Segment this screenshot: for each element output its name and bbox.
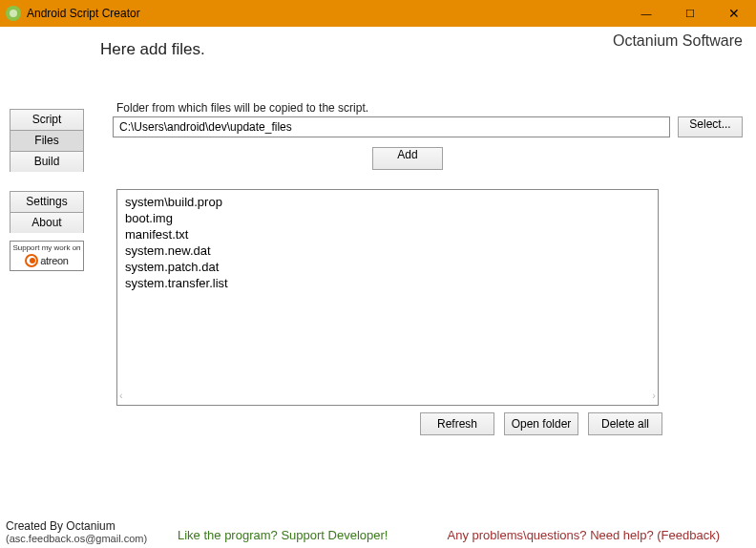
file-list[interactable]: system\build.prop boot.img manifest.txt … xyxy=(116,189,659,406)
patreon-icon xyxy=(25,254,38,267)
patreon-support-text: Support my work on xyxy=(12,243,81,253)
support-developer-link[interactable]: Like the program? Support Developer! xyxy=(178,528,388,542)
feedback-link[interactable]: Any problems\questions? Need help? (Feed… xyxy=(448,528,720,542)
brand-label: Octanium Software xyxy=(613,32,743,50)
sidebar-item-script[interactable]: Script xyxy=(10,109,84,130)
client-area: Octanium Software Here add files. Script… xyxy=(0,27,756,548)
refresh-button[interactable]: Refresh xyxy=(420,412,494,435)
select-folder-button[interactable]: Select... xyxy=(678,116,743,137)
close-button[interactable]: ✕ xyxy=(712,0,756,27)
sidebar-item-files[interactable]: Files xyxy=(10,130,84,151)
patreon-label: atreon xyxy=(40,255,68,266)
horizontal-scrollbar[interactable]: ‹› xyxy=(119,390,656,403)
list-item[interactable]: system.transfer.list xyxy=(125,275,650,291)
page-title: Here add files. xyxy=(100,40,205,59)
sidebar-item-about[interactable]: About xyxy=(10,212,84,233)
maximize-button[interactable]: ☐ xyxy=(668,0,712,27)
list-actions: Refresh Open folder Delete all xyxy=(420,412,662,435)
sidebar-item-settings[interactable]: Settings xyxy=(10,191,84,212)
list-item[interactable]: system\build.prop xyxy=(125,194,650,210)
patreon-badge[interactable]: Support my work on atreon xyxy=(10,241,84,271)
list-item[interactable]: boot.img xyxy=(125,210,650,226)
delete-all-button[interactable]: Delete all xyxy=(588,412,662,435)
svg-line-0 xyxy=(62,342,76,370)
sidebar: Script Files Build Settings About Suppor… xyxy=(10,109,86,271)
folder-path-input[interactable] xyxy=(113,116,670,137)
app-icon xyxy=(6,6,21,21)
list-item[interactable]: system.new.dat xyxy=(125,242,650,259)
minimize-button[interactable]: — xyxy=(624,0,668,27)
list-item[interactable]: system.patch.dat xyxy=(125,259,650,275)
svg-rect-5 xyxy=(29,437,50,504)
window-controls: — ☐ ✕ xyxy=(624,0,756,27)
add-button[interactable]: Add xyxy=(372,147,443,170)
open-folder-button[interactable]: Open folder xyxy=(504,412,578,435)
sidebar-item-build[interactable]: Build xyxy=(10,151,84,172)
list-item[interactable]: manifest.txt xyxy=(125,226,650,242)
folder-row: Select... xyxy=(113,116,743,137)
svg-rect-6 xyxy=(179,437,200,504)
svg-point-2 xyxy=(87,395,94,403)
window-title: Android Script Creator xyxy=(27,7,140,20)
folder-label: Folder from which files will be copied t… xyxy=(116,101,368,115)
footer: Created By Octanium (asc.feedback.os@gma… xyxy=(6,519,748,544)
titlebar: Android Script Creator — ☐ ✕ xyxy=(0,0,756,27)
